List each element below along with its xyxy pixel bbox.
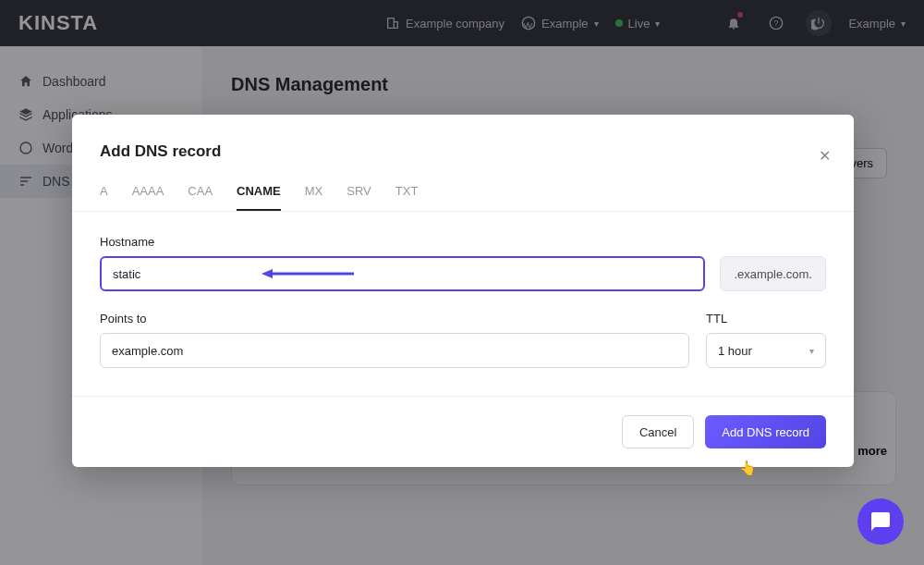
tab-aaaa[interactable]: AAAA [132,184,164,211]
hostname-input[interactable] [100,256,705,291]
ttl-label: TTL [706,312,826,325]
tab-mx[interactable]: MX [305,184,323,211]
cancel-button[interactable]: Cancel [622,415,694,448]
cursor-icon: 👆 [739,460,757,476]
ttl-select[interactable]: 1 hour ▾ [706,333,826,368]
record-type-tabs: A AAAA CAA CNAME MX SRV TXT [72,161,854,212]
pointsto-input[interactable] [100,333,689,368]
tab-caa[interactable]: CAA [188,184,213,211]
tab-cname[interactable]: CNAME [237,184,281,211]
chat-button[interactable] [857,498,904,545]
add-dns-modal: Add DNS record ✕ A AAAA CAA CNAME MX SRV… [72,115,854,467]
pointsto-label: Points to [100,312,689,325]
tab-srv[interactable]: SRV [346,184,371,211]
svg-marker-5 [261,269,273,278]
chevron-down-icon: ▾ [809,346,814,356]
chat-icon [869,510,892,533]
close-icon[interactable]: ✕ [819,147,831,165]
submit-button[interactable]: Add DNS record [705,415,826,448]
hostname-suffix: .example.com. [720,256,826,291]
modal-title: Add DNS record [100,142,826,161]
tab-txt[interactable]: TXT [395,184,419,211]
ttl-value: 1 hour [718,344,752,358]
tab-a[interactable]: A [100,184,108,211]
hostname-label: Hostname [100,235,826,249]
annotation-arrow [261,267,354,280]
